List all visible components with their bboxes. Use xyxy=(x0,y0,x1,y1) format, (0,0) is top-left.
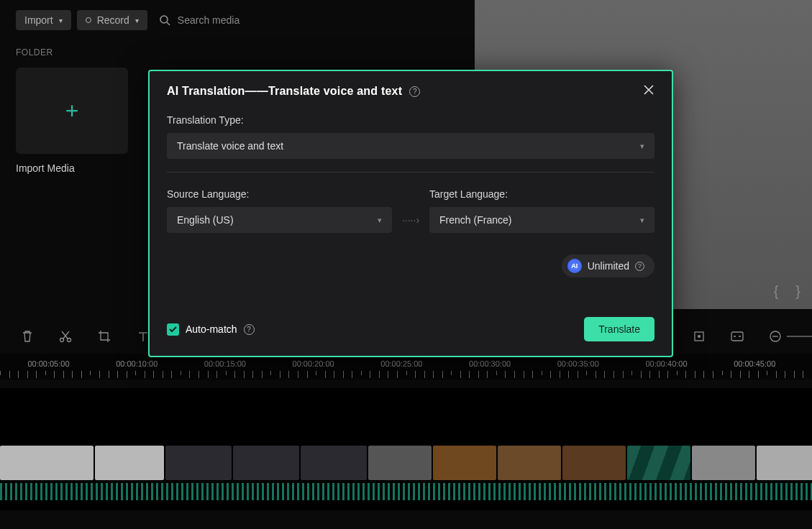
svg-point-0 xyxy=(160,16,168,23)
help-icon[interactable]: ? xyxy=(244,324,255,335)
unlimited-label: Unlimited xyxy=(588,260,629,272)
auto-match-label: Auto-match xyxy=(186,323,237,335)
timeline-timestamp: 00:00:05:00 xyxy=(27,359,69,368)
target-language-label: Target Language: xyxy=(429,188,654,200)
zoom-slider[interactable] xyxy=(770,331,812,342)
import-label: Import xyxy=(24,14,53,26)
marker-icon[interactable] xyxy=(693,331,705,342)
source-language-select[interactable]: English (US) ▾ xyxy=(167,207,392,233)
clip-item[interactable] xyxy=(368,446,432,480)
help-icon[interactable]: ? xyxy=(635,262,644,271)
search-input[interactable]: Search media xyxy=(178,14,240,26)
clip-item[interactable] xyxy=(301,446,367,480)
timeline-timestamp: 00:00:20:00 xyxy=(293,359,334,368)
plus-icon: + xyxy=(65,98,79,124)
record-label: Record xyxy=(97,14,129,26)
clip-item[interactable] xyxy=(757,446,812,480)
arrow-icon: ·····› xyxy=(402,214,419,233)
target-language-value: French (France) xyxy=(439,214,511,226)
help-icon[interactable]: ? xyxy=(409,86,420,97)
clip-item[interactable] xyxy=(562,446,626,480)
chevron-down-icon: ▾ xyxy=(59,17,63,24)
ai-badge-icon: AI xyxy=(567,259,582,273)
translate-button[interactable]: Translate xyxy=(584,317,654,341)
zoom-out-icon[interactable] xyxy=(770,331,781,342)
trash-icon[interactable] xyxy=(22,330,33,343)
timeline-tracks[interactable] xyxy=(0,388,812,510)
clip-item[interactable] xyxy=(165,446,232,480)
timeline-timestamp: 00:00:30:00 xyxy=(469,359,511,368)
chevron-down-icon: ▾ xyxy=(640,142,644,151)
svg-point-6 xyxy=(68,339,71,342)
zoom-track[interactable] xyxy=(787,336,812,337)
target-language-select[interactable]: French (France) ▾ xyxy=(429,207,654,233)
crop-icon[interactable] xyxy=(98,330,111,343)
translation-type-value: Translate voice and text xyxy=(177,140,283,152)
translation-type-label: Translation Type: xyxy=(167,114,654,126)
import-button[interactable]: Import ▾ xyxy=(16,10,71,30)
caption-icon[interactable] xyxy=(731,331,744,341)
source-language-label: Source Language: xyxy=(167,188,392,200)
cut-icon[interactable] xyxy=(59,330,72,343)
timeline-timestamp: 00:00:45:00 xyxy=(734,359,775,368)
timeline-ruler[interactable]: 00:00:05:0000:00:10:0000:00:15:0000:00:2… xyxy=(0,354,812,380)
ai-translation-modal: AI Translation——Translate voice and text… xyxy=(148,70,673,357)
svg-rect-9 xyxy=(731,332,743,341)
clip-item[interactable] xyxy=(0,446,93,480)
svg-point-5 xyxy=(60,339,64,342)
close-icon[interactable] xyxy=(643,84,654,98)
modal-title: AI Translation——Translate voice and text xyxy=(167,85,402,98)
folder-heading: FOLDER xyxy=(16,47,455,58)
timeline-timestamp: 00:00:15:00 xyxy=(204,359,246,368)
chevron-down-icon: ▾ xyxy=(135,17,139,24)
source-language-value: English (US) xyxy=(177,214,234,226)
search-icon[interactable] xyxy=(159,14,170,26)
chevron-down-icon: ▾ xyxy=(640,216,644,225)
import-media-tile[interactable]: + xyxy=(16,68,128,154)
clip-item[interactable] xyxy=(433,446,496,480)
brace-left-icon[interactable]: { xyxy=(774,283,779,300)
audio-waveform[interactable] xyxy=(0,483,812,500)
svg-point-8 xyxy=(698,335,701,338)
timeline-timestamp: 00:00:40:00 xyxy=(645,359,687,368)
clip-item[interactable] xyxy=(95,446,164,480)
record-button[interactable]: Record ▾ xyxy=(77,10,147,30)
chevron-down-icon: ▾ xyxy=(378,216,382,225)
timeline-timestamp: 00:00:10:00 xyxy=(116,359,158,368)
timeline-timestamp: 00:00:25:00 xyxy=(380,359,422,368)
svg-line-1 xyxy=(167,22,170,25)
unlimited-pill: AI Unlimited ? xyxy=(562,254,654,277)
brace-right-icon[interactable]: } xyxy=(795,283,800,300)
clip-item[interactable] xyxy=(692,446,755,480)
translation-type-select[interactable]: Translate voice and text ▾ xyxy=(167,133,654,159)
clip-item[interactable] xyxy=(498,446,561,480)
clip-item[interactable] xyxy=(233,446,299,480)
clip-item[interactable] xyxy=(627,446,690,480)
timeline-timestamp: 00:00:35:00 xyxy=(557,359,599,368)
record-icon xyxy=(86,17,91,23)
auto-match-checkbox[interactable] xyxy=(167,323,179,336)
